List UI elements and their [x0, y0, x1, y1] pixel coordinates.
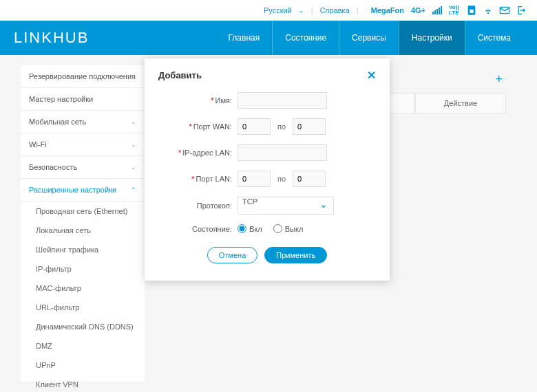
modal-title: Добавить: [158, 70, 202, 80]
label-lanport: Порт LAN:: [196, 175, 232, 183]
svg-rect-1: [470, 10, 473, 13]
sub-lan[interactable]: Локальная сеть: [21, 221, 145, 240]
sub-ddns[interactable]: Динамический DNS (DDNS): [21, 317, 145, 336]
sidebar-mobile[interactable]: Мобильная сеть⌄: [21, 111, 145, 133]
name-input[interactable]: [238, 92, 327, 109]
cancel-button[interactable]: Отмена: [207, 247, 257, 263]
close-icon[interactable]: ✕: [367, 69, 376, 82]
chevron-down-icon: ⌄: [131, 164, 136, 171]
wan-to-input[interactable]: [293, 118, 326, 135]
sub-dmz[interactable]: DMZ: [21, 336, 145, 356]
th-action: Действие: [415, 93, 506, 113]
sub-upnp[interactable]: UPnP: [21, 356, 145, 375]
chevron-down-icon: ⌄: [131, 141, 136, 148]
nav-status[interactable]: Состояние: [272, 21, 339, 55]
lanport-to-input[interactable]: [293, 171, 326, 187]
nav-services[interactable]: Сервисы: [339, 21, 399, 55]
volte-icon: Vo))LTE: [449, 5, 459, 16]
sub-urlfilter[interactable]: URL-фильтр: [21, 298, 145, 317]
sidebar-wifi[interactable]: Wi-Fi⌄: [21, 133, 145, 156]
sub-shaping[interactable]: Шейпинг трафика: [21, 240, 145, 259]
sidebar-security[interactable]: Безопасность⌄: [21, 156, 145, 179]
label-proto: Протокол:: [197, 202, 232, 210]
sim-icon: [466, 5, 477, 16]
sidebar-wizard[interactable]: Мастер настройки: [21, 88, 145, 111]
wifi-icon: [483, 5, 494, 16]
sub-ethernet[interactable]: Проводная сеть (Ethernet): [21, 202, 145, 221]
radio-off[interactable]: Выкл: [273, 224, 304, 233]
chevron-down-icon: ⌄: [299, 7, 304, 14]
sidebar: Резервирование подключения Мастер настро…: [21, 65, 145, 382]
sub-ipfilter[interactable]: IP-фильтр: [21, 259, 145, 279]
help-link[interactable]: Справка: [320, 6, 350, 14]
nav-system[interactable]: Система: [465, 21, 523, 55]
label-wan: Порт WAN:: [193, 122, 232, 131]
radio-on[interactable]: Вкл: [238, 224, 262, 233]
carrier-name: MegaFon: [371, 6, 404, 14]
sidebar-backup[interactable]: Резервирование подключения: [21, 65, 145, 88]
nav-settings[interactable]: Настройки: [399, 21, 465, 55]
protocol-select[interactable]: TCP: [238, 197, 334, 215]
label-state: Состояние:: [192, 225, 232, 233]
language-link[interactable]: Русский: [264, 6, 292, 14]
wan-from-input[interactable]: [238, 118, 271, 135]
logout-icon[interactable]: [516, 5, 527, 16]
apply-button[interactable]: Применить: [264, 247, 327, 263]
network-mode: 4G+: [411, 6, 425, 14]
to-label: по: [277, 122, 286, 131]
sub-vpnclient[interactable]: Клиент VPN: [21, 375, 145, 392]
separator: |: [311, 6, 313, 14]
label-lanip: IP-адрес LAN:: [182, 149, 232, 157]
lanip-input[interactable]: [238, 144, 327, 161]
separator: |: [357, 6, 359, 14]
label-name: Имя:: [215, 96, 232, 105]
lanport-from-input[interactable]: [238, 171, 271, 187]
logo: LINKHUB: [14, 29, 89, 47]
to-label: по: [277, 175, 286, 183]
sms-icon: [499, 5, 510, 16]
add-button[interactable]: +: [495, 72, 503, 87]
add-modal: Добавить ✕ *Имя: *Порт WAN: по *IP-адрес…: [145, 58, 390, 281]
nav-home[interactable]: Главная: [216, 21, 273, 55]
chevron-down-icon: ⌄: [131, 118, 136, 125]
sidebar-advanced[interactable]: Расширенные настройки⌃: [21, 179, 145, 202]
signal-icon: [432, 6, 442, 14]
chevron-up-icon: ⌃: [131, 186, 136, 193]
sub-macfilter[interactable]: MAC-фильтр: [21, 279, 145, 298]
